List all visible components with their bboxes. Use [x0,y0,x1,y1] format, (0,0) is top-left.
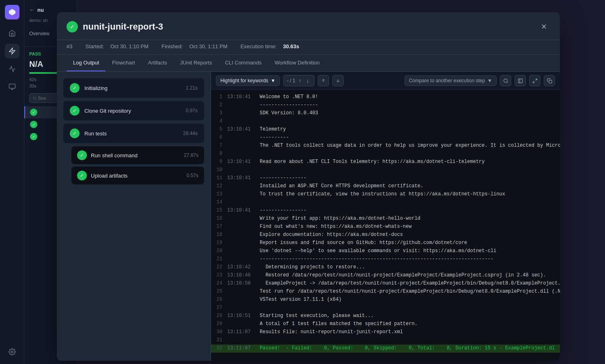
line-number: 23 [214,272,227,279]
tab-workflow-definition[interactable]: Workflow Definition [268,55,326,71]
line-time: 13:10:42 [227,263,260,271]
step-initializing[interactable]: ✓ Initializing 1.21s [63,78,204,98]
tab-artifacts[interactable]: Artifacts [142,55,174,71]
run-dialog: ✓ nunit-junit-report-3 ✕ #3 Started: Oct… [57,12,560,361]
tab-flowchart[interactable]: Flowchart [105,55,141,71]
back-button[interactable]: ← [29,6,35,13]
step-time-run-tests: 28.44s [183,131,198,136]
search-button[interactable] [500,75,511,86]
search-icon [33,96,37,100]
line-number: 32 [214,345,227,352]
sidebar-item-home[interactable] [5,26,19,41]
nav-up-button[interactable]: ↑ [297,77,303,84]
keyword-highlight-button[interactable]: Highlight for keywords ▼ [216,75,280,86]
line-text: ----------------------------------------… [260,255,493,263]
run-icon-3: ✓ [30,133,37,140]
compare-dropdown[interactable]: Compare to another execution step ▼ [405,75,497,86]
line-number: 7 [214,142,227,150]
line-text: Find out what's new: https://aka.ms/dotn… [260,223,411,231]
log-line: 3SDK Version: 8.0.403 [211,109,560,118]
line-text: Passed! - Failed: 0, Passed: 8, Skipped:… [260,345,555,352]
sidebar-item-analytics[interactable] [5,62,19,76]
svg-line-15 [533,81,534,83]
sub-step-time-run-shell: 27.87s [184,152,198,158]
line-number: 15 [214,207,227,214]
execution-label: Execution time: [241,43,277,49]
line-number: 2 [214,101,227,109]
svg-rect-16 [549,80,551,83]
step-name-initializing: Initializing [84,85,181,91]
expand-button[interactable] [529,75,540,86]
line-text: ---------- [260,134,289,141]
sort-asc-icon [321,78,326,83]
line-text: A total of 1 test files matched the spec… [260,320,418,328]
log-line: 2213:10:42 Determining projects to resto… [211,263,560,272]
window-button[interactable] [515,75,526,86]
tab-cli-commands[interactable]: CLI Commands [218,55,268,71]
line-number: 19 [214,239,227,247]
line-number: 30 [214,328,227,336]
line-number: 17 [214,223,227,231]
log-line: 1513:10:41---------------- [211,207,560,215]
compare-chevron-icon: ▼ [487,78,492,84]
line-text: To trust the certificate, view the instr… [260,191,505,198]
line-number: 24 [214,280,227,287]
run-number: #3 [67,43,72,49]
sub-step-name-upload-artifacts: Upload artifacts [91,173,183,179]
log-line: 2313:10:46 Restored /data/repo/test/nuni… [211,272,560,280]
line-text: ---------------- [260,174,306,182]
copy-button[interactable] [544,75,555,86]
log-line: 7The .NET tools collect usage data in or… [211,142,560,150]
sub-step-run-shell[interactable]: ✓ Run shell command 27.87s [71,146,204,164]
line-text: ---------------- [260,207,306,214]
line-number: 21 [214,255,227,263]
step-clone-git[interactable]: ✓ Clone Git repository 0.97s [63,101,204,120]
tab-junit-reports[interactable]: JUnit Reports [174,55,219,71]
log-content[interactable]: 113:10:41Welcome to .NET 8.0!2----------… [211,90,560,361]
sidebar-item-artifacts[interactable] [5,79,19,94]
log-line: 3013:11:07Results File: nunit-report/nun… [211,328,560,336]
sidebar-item-settings[interactable] [5,345,19,359]
step-time-clone-git: 0.97s [186,108,198,113]
log-line: 31 [211,336,560,345]
log-line: 1113:10:41---------------- [211,174,560,182]
run-icon-1: ✓ [30,109,37,116]
line-text: ExampleProject -> /data/repo/test/nunit/… [260,280,560,287]
line-text: Determining projects to restore... [260,263,365,271]
sub-step-time-upload-artifacts: 0.57s [187,173,198,178]
log-line: 18Explore documentation: https://aka.ms/… [211,231,560,239]
sidebar-item-workflows[interactable] [5,44,19,58]
log-line: 2-------------------- [211,101,560,109]
line-number: 9 [214,158,227,166]
log-line: 17Find out what's new: https://aka.ms/do… [211,223,560,231]
tab-log-output[interactable]: Log Output [67,55,105,71]
sort-asc-button[interactable] [318,75,329,86]
svg-point-6 [33,97,36,99]
line-time: 13:11:07 [227,345,260,352]
line-number: 5 [214,126,227,133]
line-number: 14 [214,199,227,206]
step-time-initializing: 1.21s [186,85,198,91]
expand-icon [532,78,538,84]
svg-line-14 [535,79,537,80]
close-button[interactable]: ✕ [537,20,550,33]
nav-down-button[interactable]: ↓ [305,77,311,84]
log-line: 10 [211,166,560,174]
step-run-tests[interactable]: ✓ Run tests 28.44s [63,124,204,143]
line-time: 13:10:41 [227,207,260,214]
line-number: 1 [214,93,227,101]
sub-step-upload-artifacts[interactable]: ✓ Upload artifacts 0.57s [71,167,204,184]
log-line: 8 [211,150,560,158]
log-line: 913:10:41Read more about .NET CLI Tools … [211,158,560,166]
sort-desc-button[interactable] [332,75,344,86]
steps-panel: ✓ Initializing 1.21s ✓ Clone Git reposit… [57,72,211,361]
svg-line-7 [35,99,36,100]
dialog-status-icon: ✓ [67,21,78,32]
line-number: 16 [214,215,227,223]
line-number: 25 [214,288,227,295]
sort-desc-icon [336,78,340,83]
sidebar [0,0,24,364]
keyword-highlight-label: Highlight for keywords [220,78,268,84]
svg-marker-0 [9,9,15,15]
line-text: Telemetry [260,126,286,133]
